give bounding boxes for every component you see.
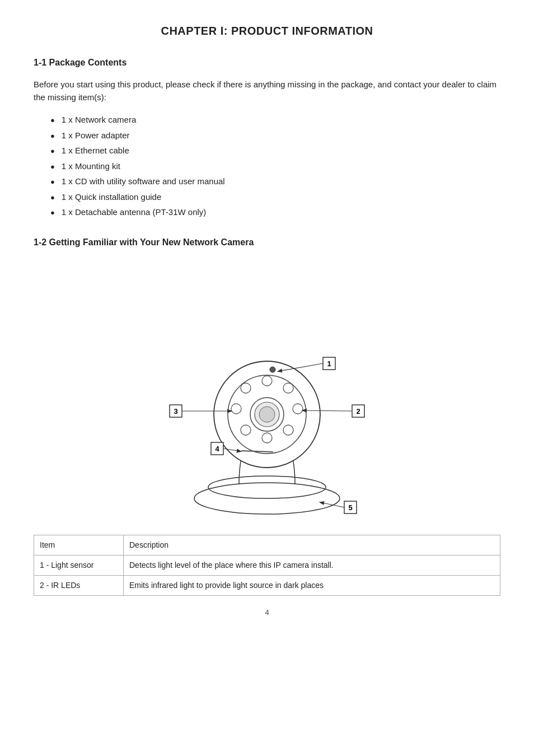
section2-heading: 1-2 Getting Familiar with Your New Netwo… (34, 236, 500, 249)
table-header-description: Description (124, 535, 500, 555)
list-item: 1 x Detachable antenna (PT-31W only) (50, 206, 500, 219)
svg-point-14 (241, 383, 251, 393)
list-item: 1 x CD with utility software and user ma… (50, 175, 500, 188)
intro-text: Before you start using this product, ple… (34, 78, 500, 104)
svg-line-31 (320, 502, 344, 507)
svg-text:3: 3 (174, 407, 177, 416)
svg-point-8 (283, 383, 293, 393)
camera-diagram: 1 2 3 4 5 (34, 266, 500, 524)
table-cell-item: 2 - IR LEDs (34, 575, 124, 595)
svg-point-6 (259, 407, 275, 422)
svg-text:5: 5 (348, 503, 352, 512)
table-header-row: Item Description (34, 535, 500, 555)
parts-table: Item Description 1 - Light sensor Detect… (34, 535, 500, 596)
svg-point-12 (241, 425, 251, 435)
chapter-title: CHAPTER I: PRODUCT INFORMATION (34, 22, 500, 39)
list-item: 1 x Quick installation guide (50, 191, 500, 204)
svg-point-10 (283, 425, 293, 435)
table-header-item: Item (34, 535, 124, 555)
package-list: 1 x Network camera 1 x Power adapter 1 x… (50, 114, 500, 219)
svg-text:4: 4 (215, 445, 219, 453)
list-item: 1 x Power adapter (50, 129, 500, 142)
page-number: 4 (34, 607, 500, 618)
svg-point-7 (262, 376, 272, 386)
table-cell-item: 1 - Light sensor (34, 555, 124, 575)
svg-point-11 (262, 433, 272, 443)
svg-text:1: 1 (327, 360, 331, 368)
table-row: 1 - Light sensor Detects light level of … (34, 555, 500, 575)
svg-point-13 (231, 404, 241, 414)
section1-heading: 1-1 Package Contents (34, 56, 500, 69)
svg-text:2: 2 (356, 407, 360, 416)
list-item: 1 x Network camera (50, 114, 500, 127)
svg-point-15 (270, 367, 275, 372)
table-cell-description: Emits infrared light to provide light so… (124, 575, 500, 595)
table-cell-description: Detects light level of the place where t… (124, 555, 500, 575)
svg-point-1 (208, 476, 326, 498)
list-item: 1 x Ethernet cable (50, 144, 500, 157)
table-row: 2 - IR LEDs Emits infrared light to prov… (34, 575, 500, 595)
list-item: 1 x Mounting kit (50, 160, 500, 173)
svg-point-9 (293, 404, 303, 414)
